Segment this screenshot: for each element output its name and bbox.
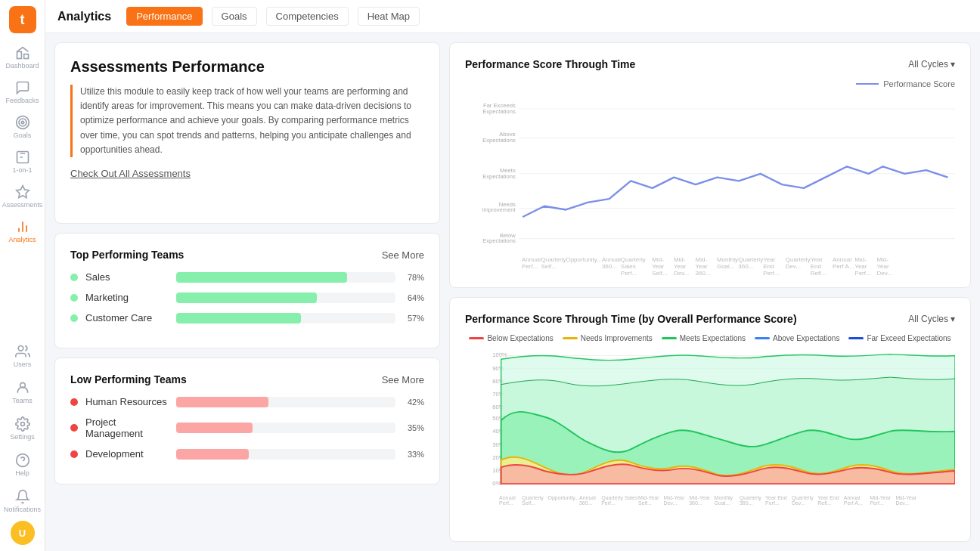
bell-icon: [15, 489, 30, 504]
left-column: Assessments Performance Utilize this mod…: [54, 42, 440, 542]
top-team-row: Customer Care 57%: [70, 312, 424, 323]
legend-label: Meets Expectations: [680, 334, 746, 342]
sidebar-item-settings[interactable]: Settings: [3, 412, 42, 445]
legend-item: Far Exceed Expectations: [848, 334, 951, 342]
low-team-row: Human Resources 42%: [70, 396, 424, 407]
avatar[interactable]: U: [11, 521, 35, 545]
team-bar-label: 35%: [408, 423, 424, 432]
sidebar-item-1on1-label: 1-on-1: [12, 166, 32, 174]
sidebar-item-teams[interactable]: Teams: [3, 376, 42, 409]
legend-label: Above Expectations: [773, 334, 839, 342]
sidebar: t Dashboard Feedbacks Goals 1-on-1 Asses…: [0, 0, 45, 551]
low-performing-card: Low Performing Teams See More Human Reso…: [54, 358, 440, 484]
tab-performance[interactable]: Performance: [126, 7, 202, 26]
legend-dot: [848, 337, 864, 339]
svg-text:Expectations: Expectations: [482, 237, 516, 244]
team-bar-fill: [176, 313, 301, 323]
tab-goals[interactable]: Goals: [212, 7, 257, 26]
legend-label: Far Exceed Expectations: [867, 334, 951, 342]
low-team-row: Project Management 35%: [70, 416, 424, 439]
sidebar-item-analytics[interactable]: Analytics: [3, 215, 42, 248]
assessments-performance-card: Assessments Performance Utilize this mod…: [54, 42, 440, 224]
svg-point-4: [21, 121, 23, 123]
team-name: Human Resources: [85, 396, 169, 407]
team-dot: [70, 450, 78, 458]
sidebar-item-notifications-label: Notifications: [4, 506, 41, 513]
sidebar-item-help-label: Help: [15, 469, 29, 477]
svg-text:Expectations: Expectations: [482, 137, 516, 144]
sidebar-item-1on1[interactable]: 1-on-1: [3, 145, 42, 178]
sidebar-item-notifications[interactable]: Notifications: [3, 484, 42, 518]
right-column: Performance Score Through Time All Cycle…: [449, 42, 971, 542]
chart2-svg: 100% 90% 80% 70% 60% 50% 40% 30% 20% 10%…: [465, 348, 955, 493]
team-bar-container: [176, 423, 395, 433]
team-bar-container: [176, 449, 395, 460]
legend-label: Needs Improvements: [581, 334, 653, 342]
chart1-title: Performance Score Through Time: [465, 58, 635, 70]
svg-text:100%: 100%: [492, 351, 507, 358]
svg-text:0%: 0%: [492, 480, 501, 487]
legend-item: Below Expectations: [469, 334, 553, 342]
low-performing-header: Low Performing Teams See More: [70, 373, 424, 385]
top-performing-title: Top Performing Teams: [70, 249, 184, 261]
sidebar-item-assessments-label: Assessments: [2, 201, 43, 209]
top-team-row: Marketing 64%: [70, 292, 424, 303]
team-bar-label: 64%: [408, 293, 424, 302]
legend-dot: [662, 337, 677, 339]
legend-item: Above Expectations: [755, 334, 839, 342]
users-icon: [15, 344, 30, 359]
chart1-header: Performance Score Through Time All Cycle…: [465, 58, 955, 70]
topbar: Analytics Performance Goals Competencies…: [45, 0, 980, 33]
team-bar-label: 42%: [408, 398, 424, 407]
svg-point-11: [20, 423, 24, 426]
legend-label: Below Expectations: [487, 334, 553, 342]
top-performing-header: Top Performing Teams See More: [70, 249, 424, 261]
sidebar-item-settings-label: Settings: [10, 433, 35, 441]
sidebar-item-users[interactable]: Users: [3, 339, 42, 373]
home-icon: [15, 45, 30, 60]
sidebar-item-analytics-label: Analytics: [8, 236, 36, 243]
chart1-cycles[interactable]: All Cycles ▾: [908, 59, 955, 70]
team-bar-fill: [176, 293, 317, 303]
feedback-icon: [15, 80, 30, 95]
assessments-title: Assessments Performance: [70, 58, 424, 76]
main-content: Analytics Performance Goals Competencies…: [45, 0, 980, 551]
teams-icon: [15, 380, 30, 395]
top-performing-see-more[interactable]: See More: [382, 249, 424, 261]
help-icon: [15, 453, 30, 468]
page-title: Analytics: [57, 10, 111, 23]
team-dot: [70, 424, 78, 432]
chart2-card: Performance Score Through Time (by Overa…: [449, 297, 971, 543]
sidebar-item-goals[interactable]: Goals: [3, 110, 42, 144]
legend-item: Meets Expectations: [662, 334, 746, 342]
check-assessments-link[interactable]: Check Out All Assessments: [70, 168, 191, 179]
team-bar-label: 57%: [408, 314, 424, 323]
tab-heatmap[interactable]: Heat Map: [358, 7, 420, 26]
team-dot: [70, 294, 78, 302]
sidebar-item-assessments[interactable]: Assessments: [3, 180, 42, 213]
low-performing-see-more[interactable]: See More: [382, 374, 424, 385]
sidebar-item-teams-label: Teams: [12, 397, 33, 404]
chart2-cycles[interactable]: All Cycles ▾: [908, 314, 955, 324]
sidebar-item-goals-label: Goals: [14, 132, 32, 139]
app-logo[interactable]: t: [9, 6, 36, 33]
low-team-row: Development 33%: [70, 448, 424, 460]
svg-point-3: [19, 119, 26, 126]
legend-dot: [469, 337, 484, 339]
legend-line: [856, 83, 879, 85]
low-teams-list: Human Resources 42% Project Management 3…: [70, 396, 424, 460]
team-name: Development: [85, 448, 169, 460]
team-bar-label: 78%: [408, 273, 424, 282]
top-teams-list: Sales 78% Marketing 64% Customer Care 57…: [70, 271, 424, 323]
team-bar-fill: [176, 449, 249, 460]
sidebar-item-dashboard[interactable]: Dashboard: [3, 41, 42, 74]
team-bar-container: [176, 272, 395, 283]
legend-dot: [755, 337, 770, 339]
sidebar-item-feedbacks[interactable]: Feedbacks: [3, 76, 42, 109]
sidebar-item-help[interactable]: Help: [3, 448, 42, 481]
analytics-icon: [15, 219, 30, 234]
team-bar-container: [176, 313, 395, 323]
team-bar-label: 33%: [408, 450, 424, 459]
tab-competencies[interactable]: Competencies: [266, 7, 349, 26]
assessments-icon: [15, 184, 30, 200]
